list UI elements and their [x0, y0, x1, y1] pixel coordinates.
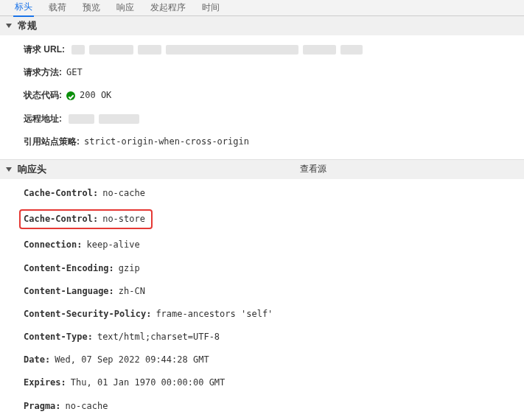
header-value: keep-alive	[86, 238, 139, 252]
caret-down-icon	[6, 167, 12, 172]
header-name: Content-Security-Policy:	[24, 307, 151, 321]
referrer-policy-row: 引用站点策略: strict-origin-when-cross-origin	[24, 130, 524, 153]
request-url-label: 请求 URL:	[24, 43, 65, 57]
header-name: Content-Language:	[24, 284, 114, 298]
response-headers-section: 响应头 查看源 Cache-Control:no-cacheCache-Cont…	[0, 160, 524, 420]
header-value: zh-CN	[119, 284, 145, 298]
tab-headers[interactable]: 标头	[13, 0, 34, 17]
redacted-value	[303, 45, 336, 55]
caret-down-icon	[6, 24, 12, 28]
redacted-value	[99, 114, 139, 124]
response-headers-header[interactable]: 响应头 查看源	[0, 160, 524, 179]
header-name: Pragma:	[24, 399, 61, 413]
remote-address-label: 远程地址:	[24, 112, 62, 126]
header-name: Expires:	[24, 376, 66, 390]
header-value: no-cache	[102, 186, 145, 200]
redacted-value	[89, 45, 133, 55]
tab-payload[interactable]: 载荷	[47, 0, 68, 16]
general-title: 常规	[18, 19, 37, 32]
request-method-label: 请求方法:	[24, 66, 62, 80]
response-headers-list: Cache-Control:no-cacheCache-Control: no-…	[0, 179, 524, 420]
header-value: frame-ancestors 'self'	[156, 307, 273, 321]
request-method-value: GET	[66, 66, 83, 80]
header-row: Content-Language:zh-CN	[24, 280, 524, 303]
header-name: Date:	[24, 353, 50, 367]
remote-address-row: 远程地址:	[24, 108, 524, 130]
status-ok-icon	[66, 91, 75, 100]
request-method-row: 请求方法: GET	[24, 61, 524, 84]
header-row: Cache-Control:no-cache	[24, 182, 524, 205]
status-code-value: 200 OK	[80, 88, 111, 102]
header-row: Content-Type:text/html;charset=UTF-8	[24, 326, 524, 349]
redacted-value	[138, 45, 161, 55]
header-row: Expires:Thu, 01 Jan 1970 00:00:00 GMT	[24, 371, 524, 394]
header-value: text/html;charset=UTF-8	[97, 330, 220, 344]
header-name: Content-Type:	[24, 330, 93, 344]
referrer-policy-value: strict-origin-when-cross-origin	[84, 135, 249, 149]
header-row: Connection:keep-alive	[24, 234, 524, 256]
tab-response[interactable]: 响应	[115, 0, 136, 16]
header-row: Date:Wed, 07 Sep 2022 09:44:28 GMT	[24, 349, 524, 371]
request-url-row: 请求 URL:	[24, 38, 524, 61]
view-source-link[interactable]: 查看源	[300, 163, 326, 175]
redacted-value	[71, 45, 85, 55]
header-value: gzip	[119, 262, 140, 276]
redacted-value	[340, 45, 363, 55]
general-section: 常规 请求 URL: 请求方法: GET 状态代码: 200 OK 远程地址: …	[0, 16, 524, 160]
response-headers-title: 响应头	[18, 163, 46, 176]
header-row: Cache-Control: no-store	[24, 205, 524, 234]
header-name: Content-Encoding:	[24, 262, 114, 276]
tab-initiator[interactable]: 发起程序	[149, 0, 187, 16]
header-name: Connection:	[24, 238, 82, 252]
status-code-label: 状态代码:	[24, 88, 62, 102]
highlighted-header: Cache-Control: no-store	[19, 209, 153, 229]
redacted-value	[166, 45, 298, 55]
header-value: Thu, 01 Jan 1970 00:00:00 GMT	[71, 376, 226, 390]
header-row: Content-Security-Policy:frame-ancestors …	[24, 303, 524, 326]
header-name: Cache-Control:	[24, 212, 98, 226]
header-row: Pragma:no-cache	[24, 395, 524, 418]
referrer-policy-label: 引用站点策略:	[24, 135, 80, 149]
header-row: Content-Encoding:gzip	[24, 257, 524, 280]
header-name: Cache-Control:	[24, 186, 98, 200]
header-value: no-store	[102, 212, 145, 226]
redacted-value	[69, 114, 94, 124]
header-value: Wed, 07 Sep 2022 09:44:28 GMT	[55, 353, 209, 367]
tab-preview[interactable]: 预览	[81, 0, 102, 16]
header-value: no-cache	[66, 399, 108, 413]
general-header[interactable]: 常规	[0, 16, 524, 35]
devtools-tabs: 标头 载荷 预览 响应 发起程序 时间	[0, 0, 524, 16]
tab-timing[interactable]: 时间	[200, 0, 221, 16]
status-code-row: 状态代码: 200 OK	[24, 84, 524, 107]
